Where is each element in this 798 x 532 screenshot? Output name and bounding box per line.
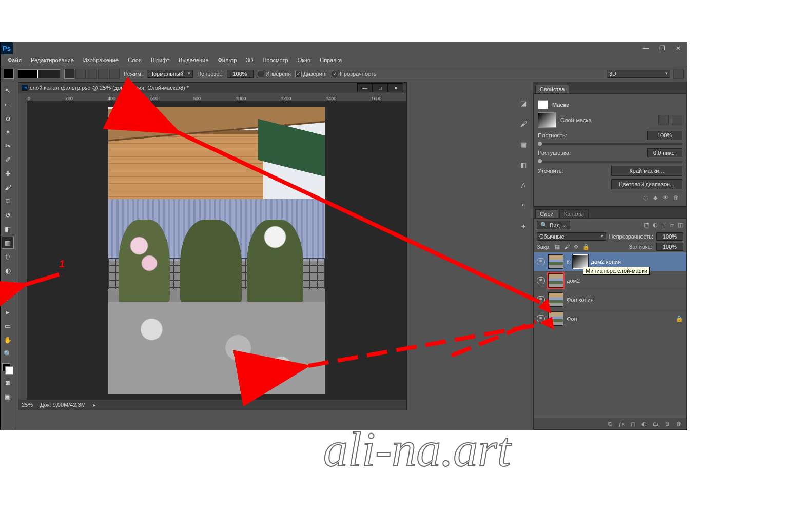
window-close-button[interactable]: ✕ (670, 43, 687, 53)
tool-presets-panel-icon[interactable]: ✦ (518, 221, 529, 232)
quickmask-icon[interactable]: ◙ (2, 376, 14, 388)
apply-mask-icon[interactable]: ◆ (653, 194, 657, 201)
feather-value[interactable]: 0,0 пикс. (647, 148, 682, 157)
background-color[interactable] (5, 366, 13, 375)
history-brush-tool-icon[interactable]: ↺ (2, 209, 14, 221)
mask-link-icon[interactable]: 8 (567, 259, 570, 265)
menu-filter[interactable]: Фильтр (213, 55, 241, 65)
hand-tool-icon[interactable]: ✋ (2, 333, 14, 346)
layer-opacity-value[interactable]: 100% (656, 232, 683, 241)
eraser-tool-icon[interactable]: ◧ (2, 223, 14, 235)
delete-mask-icon[interactable]: 🗑 (673, 194, 679, 201)
brush-tool-icon[interactable]: 🖌 (2, 181, 14, 193)
type-tool-icon[interactable]: T (2, 292, 14, 304)
workspace-dropdown[interactable]: 3D (607, 70, 670, 78)
stamp-tool-icon[interactable]: ⧉ (2, 195, 14, 207)
layer-thumbnail[interactable] (548, 254, 563, 269)
swatches-panel-icon[interactable]: ▦ (518, 139, 529, 150)
adjustment-layer-icon[interactable]: ◐ (641, 421, 647, 427)
fill-value[interactable]: 100% (656, 243, 683, 251)
doc-minimize-button[interactable]: — (357, 83, 373, 92)
filter-type-icon[interactable]: T (662, 222, 666, 228)
vector-mask-icon[interactable] (672, 115, 682, 125)
canvas[interactable] (108, 107, 325, 394)
lock-all-icon[interactable]: 🔒 (582, 244, 590, 250)
magic-wand-tool-icon[interactable]: ✦ (2, 126, 14, 138)
visibility-icon[interactable] (537, 315, 545, 322)
layer-row[interactable]: Фон 🔒 (534, 309, 686, 328)
paragraph-panel-icon[interactable]: ¶ (518, 200, 529, 211)
zoom-level[interactable]: 25% (22, 402, 33, 408)
pixel-mask-icon[interactable] (658, 115, 669, 125)
layer-blend-dropdown[interactable]: Обычные (537, 232, 606, 241)
lock-position-icon[interactable]: ✥ (574, 244, 578, 250)
visibility-icon[interactable] (537, 258, 545, 265)
menu-select[interactable]: Выделение (174, 55, 212, 65)
status-play-icon[interactable]: ▸ (93, 402, 96, 408)
filter-smart-icon[interactable]: ◫ (678, 222, 683, 228)
canvas-viewport[interactable] (27, 101, 406, 400)
new-layer-icon[interactable]: 🗎 (665, 421, 670, 427)
move-tool-icon[interactable]: ↖ (2, 84, 14, 96)
load-selection-icon[interactable]: ◌ (643, 194, 648, 201)
tab-properties[interactable]: Свойства (535, 85, 569, 93)
lasso-tool-icon[interactable]: ɷ (2, 112, 14, 124)
gradient-preview[interactable] (18, 69, 60, 78)
eyedropper-tool-icon[interactable]: ✐ (2, 153, 14, 166)
tab-channels[interactable]: Каналы (559, 209, 589, 218)
screenmode-icon[interactable]: ▣ (2, 390, 14, 402)
menu-edit[interactable]: Редактирование (27, 55, 78, 65)
gradient-reflected-icon[interactable] (98, 69, 108, 79)
menu-image[interactable]: Изображение (79, 55, 123, 65)
tool-preset-icon[interactable] (4, 69, 14, 79)
menu-help[interactable]: Справка (316, 55, 346, 65)
feather-slider[interactable] (538, 161, 682, 163)
histogram-panel-icon[interactable]: ◪ (518, 97, 529, 109)
layer-thumbnail[interactable] (548, 273, 563, 288)
new-group-icon[interactable]: 🗀 (653, 421, 658, 427)
mask-thumbnail[interactable] (538, 112, 556, 128)
gradient-angle-icon[interactable] (87, 69, 97, 79)
density-value[interactable]: 100% (647, 131, 682, 140)
window-maximize-button[interactable]: ❐ (654, 43, 670, 53)
layer-thumbnail[interactable] (548, 311, 563, 326)
gradient-radial-icon[interactable] (75, 69, 86, 79)
lock-transparent-icon[interactable]: ▦ (555, 244, 560, 250)
adjustments-panel-icon[interactable]: ◧ (518, 159, 529, 170)
gradient-diamond-icon[interactable] (109, 69, 120, 79)
menu-view[interactable]: Просмотр (258, 55, 292, 65)
link-layers-icon[interactable]: ⧉ (608, 421, 612, 427)
zoom-tool-icon[interactable]: 🔍 (2, 347, 14, 360)
doc-maximize-button[interactable]: □ (373, 83, 388, 92)
toggle-mask-icon[interactable]: 👁 (663, 194, 668, 201)
layer-name[interactable]: дом2 (567, 278, 580, 284)
filter-pixel-icon[interactable]: ▧ (644, 222, 649, 228)
blur-tool-icon[interactable]: ⬯ (2, 250, 14, 263)
add-mask-icon[interactable]: ◻ (631, 421, 635, 427)
layer-style-icon[interactable]: ƒx (618, 421, 625, 427)
visibility-icon[interactable] (537, 277, 545, 284)
character-panel-icon[interactable]: A (518, 180, 529, 191)
window-minimize-button[interactable]: — (637, 43, 654, 53)
dodge-tool-icon[interactable]: ◐ (2, 264, 14, 277)
path-select-tool-icon[interactable]: ▸ (2, 306, 14, 318)
layer-row[interactable]: 8 дом2 копия Миниатюра слой-маски (534, 252, 686, 271)
menu-type[interactable]: Шрифт (147, 55, 173, 65)
mask-edge-button[interactable]: Край маски... (611, 166, 682, 176)
pen-tool-icon[interactable]: ✒ (2, 278, 14, 290)
layer-thumbnail[interactable] (548, 292, 563, 307)
workspace-settings-icon[interactable] (673, 69, 684, 79)
visibility-icon[interactable] (537, 296, 545, 303)
brush-panel-icon[interactable]: 🖌 (518, 118, 529, 129)
layer-filter-dropdown[interactable]: 🔍 Вид ⌄ (537, 221, 570, 229)
menu-3d[interactable]: 3D (242, 55, 257, 65)
layer-row[interactable]: Фон копия (534, 290, 686, 309)
menu-window[interactable]: Окно (294, 55, 315, 65)
gradient-tool-icon[interactable]: ▥ (2, 237, 14, 249)
opacity-value[interactable]: 100% (227, 70, 254, 78)
crop-tool-icon[interactable]: ✂ (2, 140, 14, 152)
healing-tool-icon[interactable]: ✚ (2, 167, 14, 180)
layer-name[interactable]: Фон (567, 316, 577, 322)
filter-adjust-icon[interactable]: ◐ (653, 222, 658, 228)
delete-layer-icon[interactable]: 🗑 (676, 421, 682, 427)
